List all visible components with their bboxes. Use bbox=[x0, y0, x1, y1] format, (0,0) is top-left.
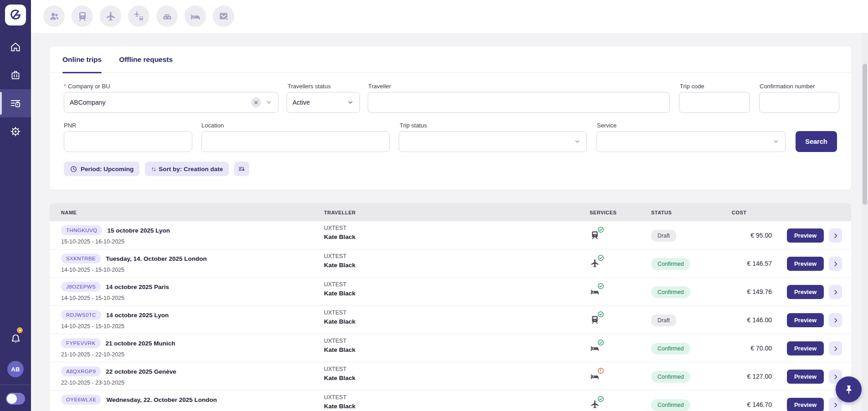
table-header: NAME TRAVELLER SERVICES STATUS COST bbox=[50, 203, 851, 221]
table-row[interactable]: THNGKUVQ 15 octobre 2025 Lyon 15-10-2025… bbox=[50, 221, 851, 249]
traveller-name: Kate Black bbox=[324, 403, 355, 410]
preview-button[interactable]: Preview bbox=[787, 285, 824, 299]
rail-icon[interactable] bbox=[72, 5, 93, 27]
open-trip-button[interactable] bbox=[829, 228, 842, 243]
service-ok-badge bbox=[597, 339, 604, 346]
chevron-right-icon bbox=[832, 233, 839, 239]
service-cell bbox=[590, 343, 601, 354]
sidebar-item-business-trips[interactable] bbox=[0, 61, 31, 89]
service-cell bbox=[590, 371, 601, 382]
trip-code-input[interactable] bbox=[679, 92, 750, 113]
status-badge: Confirmed bbox=[651, 371, 690, 383]
service-label: Service bbox=[597, 122, 616, 129]
tab-offline-requests[interactable]: Offline requests bbox=[119, 46, 173, 73]
column-header-status: STATUS bbox=[651, 203, 672, 221]
trip-status-label: Trip status bbox=[400, 122, 427, 129]
sidebar-item-settings[interactable] bbox=[0, 117, 31, 146]
service-ok-badge bbox=[597, 283, 604, 289]
confirmation-number-input[interactable] bbox=[759, 92, 839, 113]
travellers-status-select[interactable]: Active bbox=[287, 92, 360, 113]
trip-code-badge[interactable]: J8OZEPWS bbox=[61, 282, 101, 292]
home-icon bbox=[10, 41, 21, 53]
open-trip-button[interactable] bbox=[829, 285, 842, 299]
preview-button[interactable]: Preview bbox=[787, 398, 824, 411]
tab-online-trips[interactable]: Online trips bbox=[62, 46, 102, 73]
table-row[interactable]: SXKNTRBE Tuesday, 14. October 2025 Londo… bbox=[50, 249, 851, 278]
chevron-down-icon[interactable] bbox=[772, 138, 780, 145]
preview-button[interactable]: Preview bbox=[787, 313, 824, 327]
trip-dates: 14-10-2025 - 15-10-2025 bbox=[61, 323, 124, 330]
theme-toggle[interactable] bbox=[6, 393, 25, 405]
flight-icon[interactable] bbox=[100, 5, 121, 27]
table-row[interactable]: OYE6WLXE Wednesday, 22. October 2025 Lon… bbox=[50, 391, 851, 411]
chevron-down-icon[interactable] bbox=[574, 138, 581, 145]
preview-button[interactable]: Preview bbox=[787, 257, 824, 271]
trip-code-badge[interactable]: FYPEVVRK bbox=[61, 338, 101, 348]
preview-button[interactable]: Preview bbox=[787, 370, 824, 384]
company-select[interactable]: ABCompany ✕ bbox=[64, 92, 278, 113]
sort-chip-label: Sort by: Creation date bbox=[159, 166, 223, 173]
table-body: THNGKUVQ 15 octobre 2025 Lyon 15-10-2025… bbox=[50, 221, 851, 411]
chevron-down-icon[interactable] bbox=[265, 99, 272, 106]
trip-code-badge[interactable]: OYE6WLXE bbox=[61, 395, 101, 405]
sidebar: AB bbox=[0, 0, 31, 411]
rail-flight-icon[interactable] bbox=[128, 5, 149, 27]
page-scrollbar[interactable] bbox=[862, 33, 868, 411]
chevron-down-icon[interactable] bbox=[347, 99, 354, 106]
service-cell bbox=[590, 230, 601, 241]
location-input[interactable] bbox=[201, 131, 390, 152]
traveller-name: Kate Black bbox=[324, 290, 355, 297]
search-card: Online trips Offline requests *Company o… bbox=[50, 46, 851, 190]
pnr-input[interactable] bbox=[64, 131, 192, 152]
sort-order-button[interactable] bbox=[234, 162, 249, 176]
search-button[interactable]: Search bbox=[796, 131, 837, 152]
trip-code-badge[interactable]: RDJWS0TC bbox=[61, 310, 101, 320]
trip-code-badge[interactable]: A8QXRGP9 bbox=[61, 366, 101, 376]
trip-cost: € 95.00 bbox=[688, 232, 772, 239]
location-label: Location bbox=[201, 122, 224, 129]
trip-code-badge[interactable]: THNGKUVQ bbox=[61, 225, 102, 235]
traveller-company: UXTEST bbox=[324, 394, 355, 401]
traveller-company: UXTEST bbox=[324, 225, 355, 231]
scrollbar-thumb[interactable] bbox=[863, 64, 867, 205]
table-row[interactable]: RDJWS0TC 14 octobre 2025 Lyon 14-10-2025… bbox=[50, 306, 851, 334]
table-row[interactable]: FYPEVVRK 21 octobre 2025 Munich 21-10-20… bbox=[50, 334, 851, 362]
traveller-company: UXTEST bbox=[324, 366, 355, 372]
status-badge: Draft bbox=[651, 230, 676, 242]
open-trip-button[interactable] bbox=[829, 313, 842, 327]
period-filter-chip[interactable]: Period: Upcoming bbox=[64, 162, 139, 176]
approvals-icon[interactable] bbox=[213, 5, 234, 27]
period-chip-label: Period: Upcoming bbox=[81, 166, 134, 173]
status-badge: Draft bbox=[651, 315, 676, 326]
sidebar-item-home[interactable] bbox=[0, 33, 31, 61]
service-ok-badge bbox=[597, 226, 604, 233]
app-logo[interactable] bbox=[5, 5, 26, 25]
open-trip-button[interactable] bbox=[829, 257, 842, 271]
open-trip-button[interactable] bbox=[829, 398, 842, 411]
sort-filter-chip[interactable]: ↑↓ Sort by: Creation date bbox=[145, 162, 229, 176]
notifications-button[interactable] bbox=[0, 328, 31, 349]
sidebar-item-trip-list[interactable] bbox=[0, 89, 31, 117]
logo-icon bbox=[9, 8, 22, 22]
clear-company-icon[interactable]: ✕ bbox=[251, 97, 261, 107]
open-trip-button[interactable] bbox=[829, 341, 842, 355]
trip-title: 14 octobre 2025 Paris bbox=[106, 284, 169, 290]
trip-dates: 14-10-2025 - 15-10-2025 bbox=[61, 267, 124, 273]
avatar[interactable]: AB bbox=[7, 361, 24, 377]
table-row[interactable]: J8OZEPWS 14 octobre 2025 Paris 14-10-202… bbox=[50, 278, 851, 306]
preview-button[interactable]: Preview bbox=[787, 341, 824, 355]
trip-code-badge[interactable]: SXKNTRBE bbox=[61, 254, 101, 264]
service-select[interactable] bbox=[596, 131, 786, 152]
table-row[interactable]: A8QXRGP9 22 octobre 2025 Genève 22-10-20… bbox=[50, 362, 851, 391]
car-icon[interactable] bbox=[156, 5, 178, 27]
trip-dates: 22-10-2025 - 23-10-2025 bbox=[61, 380, 124, 386]
travellers-icon[interactable] bbox=[43, 5, 65, 27]
preview-button[interactable]: Preview bbox=[787, 228, 824, 243]
trip-status-select[interactable] bbox=[399, 131, 587, 152]
travellers-status-value: Active bbox=[293, 99, 347, 106]
traveller-input[interactable] bbox=[368, 92, 670, 113]
pin-fab-button[interactable] bbox=[836, 376, 862, 402]
status-badge: Confirmed bbox=[651, 399, 690, 411]
trip-title: 22 octobre 2025 Genève bbox=[106, 368, 176, 375]
hotel-icon[interactable] bbox=[185, 5, 206, 27]
